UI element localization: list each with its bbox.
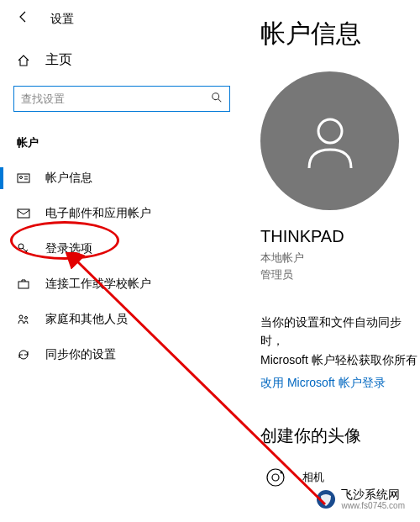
- nav-label: 电子邮件和应用帐户: [45, 206, 151, 221]
- nav-email-accounts[interactable]: 电子邮件和应用帐户: [0, 196, 244, 231]
- nav-label: 连接工作或学校帐户: [45, 277, 151, 292]
- sync-icon: [17, 348, 30, 361]
- account-type-local: 本地帐户: [260, 250, 420, 266]
- header-title: 设置: [50, 12, 74, 27]
- account-type-admin: 管理员: [260, 266, 420, 283]
- svg-point-3: [20, 177, 23, 179]
- watermark-logo-icon: [316, 489, 336, 509]
- svg-point-0: [213, 93, 219, 100]
- username: THINKPAD: [260, 227, 420, 246]
- page-title: 帐户信息: [260, 17, 420, 51]
- section-header: 帐户: [0, 129, 244, 161]
- watermark: 飞沙系统网 www.fs0745.com: [316, 488, 405, 510]
- home-nav[interactable]: 主页: [0, 45, 244, 76]
- svg-rect-2: [18, 174, 29, 182]
- nav-label: 帐户信息: [45, 171, 92, 186]
- svg-line-1: [218, 99, 222, 103]
- nav-signin-options[interactable]: 登录选项: [0, 231, 244, 266]
- nav-sync[interactable]: 同步你的设置: [0, 337, 244, 372]
- search-input[interactable]: [21, 92, 211, 105]
- watermark-url: www.fs0745.com: [341, 501, 405, 510]
- svg-point-12: [25, 317, 28, 319]
- id-card-icon: [17, 171, 30, 185]
- back-arrow-icon[interactable]: [17, 10, 30, 28]
- nav-label: 家庭和其他人员: [45, 312, 128, 327]
- nav-work-school[interactable]: 连接工作或学校帐户: [0, 266, 244, 302]
- camera-label: 相机: [302, 470, 324, 485]
- search-icon: [211, 92, 223, 106]
- svg-rect-10: [18, 282, 29, 288]
- home-icon: [17, 54, 30, 67]
- briefcase-icon: [17, 277, 30, 291]
- nav-label: 登录选项: [45, 241, 92, 256]
- svg-point-15: [272, 474, 279, 481]
- switch-to-ms-account-link[interactable]: 改用 Microsoft 帐户登录: [260, 376, 386, 391]
- svg-point-16: [281, 472, 283, 474]
- nav-label: 同步你的设置: [45, 347, 116, 362]
- home-label: 主页: [45, 51, 72, 69]
- avatar: [260, 71, 399, 210]
- svg-point-11: [19, 315, 23, 319]
- search-box[interactable]: [13, 86, 230, 112]
- svg-line-9: [26, 250, 28, 251]
- nav-family[interactable]: 家庭和其他人员: [0, 302, 244, 337]
- svg-point-13: [318, 119, 342, 143]
- create-avatar-heading: 创建你的头像: [260, 424, 420, 447]
- watermark-title: 飞沙系统网: [341, 488, 405, 501]
- sync-description: 当你的设置和文件自动同步时， Microsoft 帐户轻松获取你所有: [260, 313, 420, 369]
- svg-line-8: [23, 248, 29, 254]
- nav-account-info[interactable]: 帐户信息: [0, 161, 244, 196]
- svg-rect-6: [18, 209, 29, 218]
- key-icon: [17, 242, 30, 256]
- mail-icon: [17, 207, 30, 220]
- camera-icon: [260, 462, 291, 493]
- people-icon: [17, 313, 30, 326]
